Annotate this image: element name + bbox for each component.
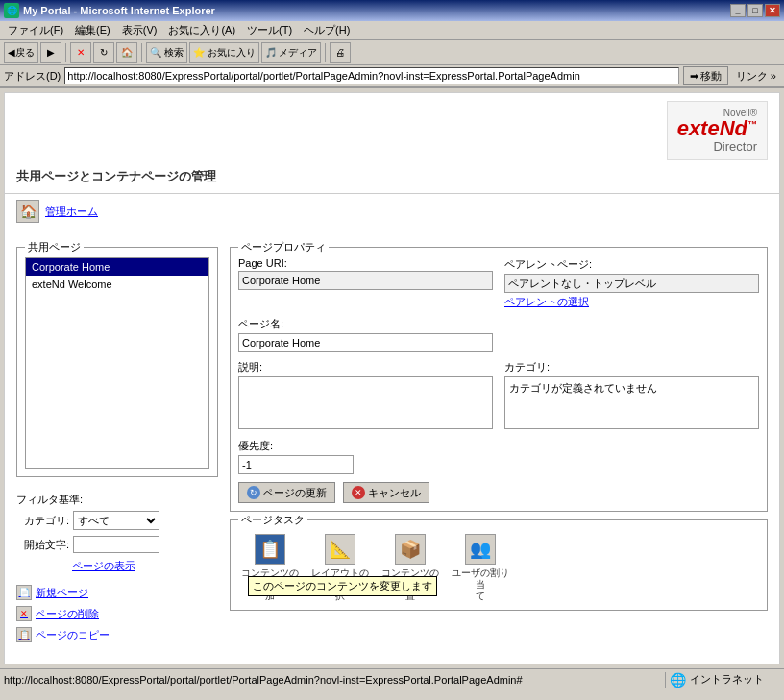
layout-select-icon: 📐 xyxy=(325,534,355,565)
delete-page-row[interactable]: ✕ ページの削除 xyxy=(16,606,218,621)
menu-favorites[interactable]: お気に入り(A) xyxy=(162,21,241,39)
status-text: http://localhost:8080/ExpressPortal/port… xyxy=(4,674,665,686)
print-button[interactable]: 🖨 xyxy=(330,42,351,63)
category-value: カテゴリが定義されていません xyxy=(504,376,759,429)
parent-page-input xyxy=(504,274,759,293)
main-content: 共用ページとコンテナページの管理 Novell® exteNd™ Directo… xyxy=(4,92,780,664)
menu-view[interactable]: 表示(V) xyxy=(116,21,163,39)
toolbar-separator-2 xyxy=(141,43,142,62)
novell-logo: Novell® exteNd™ Director xyxy=(667,101,768,160)
prop-col-parent: ペアレントページ: ペアレントの選択 xyxy=(504,257,759,309)
bottom-buttons: 📄 新規ページ ✕ ページの削除 📋 ページのコピー xyxy=(16,585,218,642)
status-zone: 🌐 イントラネット xyxy=(665,672,780,688)
address-label: アドレス(D) xyxy=(4,69,61,84)
left-panel: 共用ページ Corporate Home exteNd Welcome フィルタ… xyxy=(16,237,218,664)
user-assign-label: ユーザの割り当て xyxy=(449,567,511,602)
home-button[interactable]: 🏠 xyxy=(116,42,137,63)
minimize-button[interactable]: _ xyxy=(730,4,746,17)
app-icon: 🌐 xyxy=(4,3,19,18)
prop-col-desc: 説明: xyxy=(238,360,493,431)
forward-button[interactable]: ▶ xyxy=(40,42,61,63)
show-pages-button[interactable]: ページの表示 xyxy=(72,559,218,573)
page-properties-label: ページプロパティ xyxy=(238,240,329,254)
filter-category-select[interactable]: すべて xyxy=(73,511,159,530)
prop-buttons: ↻ ページの更新 ✕ キャンセル xyxy=(238,482,759,503)
menu-bar: ファイル(F) 編集(E) 表示(V) お気に入り(A) ツール(T) ヘルプ(… xyxy=(0,21,784,40)
address-input[interactable] xyxy=(64,67,679,84)
zone-label: イントラネット xyxy=(690,672,764,687)
menu-help[interactable]: ヘルプ(H) xyxy=(298,21,355,39)
title-bar: 🌐 My Portal - Microsoft Internet Explore… xyxy=(0,0,784,21)
prop-col-priority: 優先度: xyxy=(238,439,493,474)
page-tasks-label: ページタスク xyxy=(238,513,307,527)
admin-home-link[interactable]: 管理ホーム xyxy=(45,205,98,219)
filter-basis-label: フィルタ基準: xyxy=(16,493,218,507)
priority-label: 優先度: xyxy=(238,439,493,453)
category-label: カテゴリ: xyxy=(504,360,759,374)
list-item[interactable]: Corporate Home xyxy=(26,258,208,276)
filter-startchar-row: 開始文字: xyxy=(16,536,218,553)
page-name-input[interactable] xyxy=(238,333,493,352)
content-place-icon: 📦 xyxy=(395,534,426,565)
shared-pages-label: 共用ページ xyxy=(25,240,84,254)
content-add-icon: 📋 xyxy=(255,534,285,565)
filter-startchar-input[interactable] xyxy=(73,536,159,553)
task-user-assign[interactable]: 👥 ユーザの割り当て xyxy=(449,534,511,602)
priority-input[interactable] xyxy=(238,455,354,474)
maximize-button[interactable]: □ xyxy=(747,4,763,17)
update-page-label: ページの更新 xyxy=(263,486,327,500)
copy-page-row[interactable]: 📋 ページのコピー xyxy=(16,627,218,642)
user-assign-icon: 👥 xyxy=(465,534,496,565)
shared-pages-group: 共用ページ Corporate Home exteNd Welcome xyxy=(16,247,218,477)
prop-row-4: 優先度: xyxy=(238,439,759,474)
extend-text: exteNd xyxy=(677,116,747,140)
media-button[interactable]: 🎵 メディア xyxy=(261,42,322,63)
prop-row-2: ページ名: xyxy=(238,317,759,352)
go-button[interactable]: ➡ 移動 xyxy=(683,66,728,85)
description-wrap xyxy=(238,376,493,431)
prop-col-spacer xyxy=(504,317,759,352)
prop-col-uri: Page URI: xyxy=(238,257,493,309)
description-label: 説明: xyxy=(238,360,493,374)
delete-page-link[interactable]: ページの削除 xyxy=(36,607,99,621)
task-tooltip: このページのコンテンツを変更します xyxy=(248,576,437,596)
window-controls[interactable]: _ □ ✕ xyxy=(730,4,780,17)
portal-header: 共用ページとコンテナページの管理 Novell® exteNd™ Directo… xyxy=(5,93,779,194)
close-button[interactable]: ✕ xyxy=(765,4,780,17)
go-label: 移動 xyxy=(700,69,722,84)
page-list[interactable]: Corporate Home exteNd Welcome xyxy=(25,257,209,469)
status-bar: http://localhost:8080/ExpressPortal/port… xyxy=(0,668,784,689)
toolbar-separator-1 xyxy=(65,43,66,62)
copy-page-link[interactable]: ページのコピー xyxy=(36,628,110,642)
back-button[interactable]: ◀ 戻る xyxy=(4,42,38,63)
page-tasks-group: ページタスク 📋 コンテンツの追加 📐 レイアウトの選択 📦 コンテンツの配置 xyxy=(230,519,768,611)
description-textarea[interactable] xyxy=(238,376,493,429)
admin-nav: 🏠 管理ホーム xyxy=(5,194,779,229)
page-name-label: ページ名: xyxy=(238,317,493,331)
prop-col-empty xyxy=(504,439,759,474)
menu-file[interactable]: ファイル(F) xyxy=(2,21,69,39)
stop-button[interactable]: ✕ xyxy=(70,42,91,63)
select-parent-link[interactable]: ペアレントの選択 xyxy=(504,296,589,307)
update-page-button[interactable]: ↻ ページの更新 xyxy=(238,482,335,503)
page-uri-input[interactable] xyxy=(238,271,493,290)
admin-icon: 🏠 xyxy=(16,200,39,223)
favorites-button[interactable]: ⭐ お気に入り xyxy=(189,42,259,63)
prop-col-name: ページ名: xyxy=(238,317,493,352)
prop-col-category: カテゴリ: カテゴリが定義されていません xyxy=(504,360,759,431)
search-button[interactable]: 🔍 検索 xyxy=(146,42,187,63)
filter-category-label: カテゴリ: xyxy=(16,514,69,528)
new-page-link[interactable]: 新規ページ xyxy=(36,586,88,600)
links-label[interactable]: リンク » xyxy=(732,69,780,84)
list-item[interactable]: exteNd Welcome xyxy=(26,276,208,293)
menu-tools[interactable]: ツール(T) xyxy=(241,21,298,39)
address-bar: アドレス(D) ➡ 移動 リンク » xyxy=(0,65,784,88)
parent-page-label: ペアレントページ: xyxy=(504,257,759,272)
new-page-row[interactable]: 📄 新規ページ xyxy=(16,585,218,600)
cancel-label: キャンセル xyxy=(368,486,421,500)
cancel-button[interactable]: ✕ キャンセル xyxy=(343,482,429,503)
refresh-button[interactable]: ↻ xyxy=(93,42,114,63)
update-icon: ↻ xyxy=(247,486,260,499)
trademark-symbol: ™ xyxy=(747,119,757,130)
menu-edit[interactable]: 編集(E) xyxy=(69,21,116,39)
